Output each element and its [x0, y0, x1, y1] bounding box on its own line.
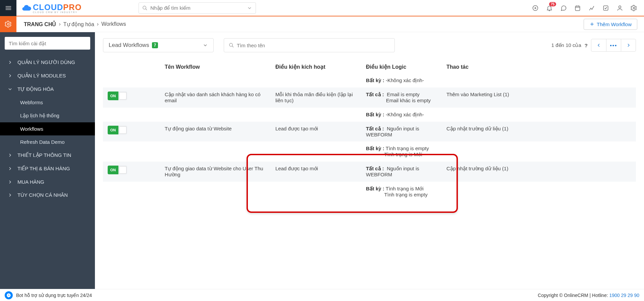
- breadcrumb-sep: ›: [59, 21, 60, 27]
- cell-name: Tự động giao data từ Website: [160, 122, 271, 141]
- sidebar-section[interactable]: TỰ ĐỘNG HÓA: [0, 82, 95, 96]
- table-row[interactable]: Bất kỳ : -Không xác định-: [103, 108, 636, 122]
- global-search-input[interactable]: [150, 5, 247, 11]
- user-icon[interactable]: [616, 5, 623, 11]
- sidebar-section[interactable]: THIẾT LẬP THÔNG TIN: [0, 148, 95, 162]
- footer-copyright: Copyright © OnlineCRM | Hotline:: [538, 293, 609, 298]
- chevron-down-icon: [203, 43, 208, 48]
- footer-right: Copyright © OnlineCRM | Hotline: 1900 29…: [538, 293, 639, 298]
- footer-bot-text: Bot hỗ trợ sử dụng trực tuyến 24/24: [16, 293, 92, 298]
- plus-icon: [589, 21, 595, 27]
- search-icon: [229, 43, 234, 48]
- cell-trigger: [271, 182, 361, 202]
- logo[interactable]: CLOUDPRO CLOUD CRM BY INDUSTRY: [21, 3, 82, 13]
- breadcrumb-home[interactable]: TRANG CHỦ: [24, 21, 56, 27]
- svg-point-5: [633, 7, 635, 9]
- notification-badge: 75: [549, 2, 556, 6]
- sidebar-section[interactable]: QUẢN LÝ NGƯỜI DÙNG: [0, 56, 95, 69]
- sidebar-section[interactable]: TÙY CHỌN CÁ NHÂN: [0, 188, 95, 202]
- table-row[interactable]: ONTự động giao data từ Website cho User …: [103, 162, 636, 182]
- messenger-icon[interactable]: [5, 291, 13, 299]
- name-search[interactable]: [224, 38, 395, 52]
- settings-icon[interactable]: [631, 5, 637, 11]
- cell-logic: Tất cả : Nguồn input is WEBFORM: [361, 122, 442, 141]
- svg-point-0: [143, 6, 146, 9]
- table-row[interactable]: ONCập nhật vào danh sách khách hàng ko c…: [103, 87, 636, 108]
- cell-logic: Tất cả : Email is emptyTất cả : Email kh…: [361, 87, 442, 108]
- sidebar-item[interactable]: Refresh Data Demo: [0, 135, 95, 148]
- cell-name: [160, 141, 271, 162]
- cell-action: [442, 108, 636, 122]
- dropdown-count: 7: [152, 42, 158, 48]
- cell-trigger: [271, 108, 361, 122]
- chat-icon[interactable]: [560, 5, 567, 11]
- workflow-table: Tên Workflow Điều kiện kích hoạt Điều ki…: [103, 60, 636, 202]
- cell-trigger: Lead được tạo mới: [271, 162, 361, 182]
- chart-icon[interactable]: [588, 5, 595, 11]
- name-search-input[interactable]: [237, 43, 390, 48]
- hamburger-menu[interactable]: [0, 0, 16, 16]
- col-name: Tên Workflow: [160, 60, 271, 73]
- table-header-row: Tên Workflow Điều kiện kích hoạt Điều ki…: [103, 60, 636, 73]
- status-toggle[interactable]: ON: [108, 126, 127, 134]
- pager-range: 1 đến 10 của: [551, 42, 581, 48]
- cell-logic: Bất kỳ : Tình trạng is emptyBất kỳ : Tìn…: [361, 141, 442, 162]
- add-icon[interactable]: [532, 5, 539, 11]
- svg-rect-2: [575, 6, 580, 10]
- cell-name: Cập nhật vào danh sách khách hàng ko có …: [160, 87, 271, 108]
- settings-sidebar: QUẢN LÝ NGƯỜI DÙNGQUẢN LÝ MODULESTỰ ĐỘNG…: [0, 32, 95, 289]
- status-toggle[interactable]: ON: [108, 166, 127, 174]
- breadcrumb: TRANG CHỦ › Tự động hóa › Workflows: [24, 21, 126, 27]
- sidebar-item[interactable]: Workflows: [0, 122, 95, 135]
- breadcrumb-l1[interactable]: Tự động hóa: [63, 21, 94, 27]
- pager-prev[interactable]: [591, 39, 606, 51]
- settings-gear-box[interactable]: [0, 16, 16, 32]
- top-header: CLOUDPRO CLOUD CRM BY INDUSTRY 75: [0, 0, 644, 16]
- cell-logic: Bất kỳ : Tình trạng is MớiBất kỳ : Tình …: [361, 182, 442, 202]
- add-workflow-button[interactable]: Thêm Workflow: [584, 19, 637, 30]
- sidebar-search-input[interactable]: [5, 37, 90, 50]
- sidebar-section[interactable]: QUẢN LÝ MODULES: [0, 69, 95, 82]
- pager-next[interactable]: [621, 39, 636, 51]
- bell-icon[interactable]: 75: [546, 5, 553, 11]
- breadcrumb-l2[interactable]: Workflows: [101, 21, 126, 27]
- cell-trigger: Lead được tạo mới: [271, 122, 361, 141]
- sidebar-item[interactable]: Lập lịch hệ thống: [0, 109, 95, 122]
- breadcrumb-sep: ›: [97, 21, 99, 27]
- cell-trigger: [271, 73, 361, 87]
- pager-total[interactable]: ?: [585, 43, 588, 48]
- svg-point-4: [619, 6, 621, 8]
- cloud-icon: [21, 3, 32, 13]
- cell-action: Cập nhật trường dữ liệu (1): [442, 122, 636, 141]
- sidebar-section[interactable]: TIẾP THỊ & BÁN HÀNG: [0, 162, 95, 175]
- dropdown-label: Lead Workflows: [109, 42, 149, 49]
- sidebar-section[interactable]: MUA HÀNG: [0, 175, 95, 188]
- cell-action: [442, 73, 636, 87]
- table-row[interactable]: Bất kỳ : -Không xác định-: [103, 73, 636, 87]
- pager-more[interactable]: •••: [606, 39, 621, 51]
- footer-hotline[interactable]: 1900 29 29 90: [609, 293, 639, 298]
- cell-action: [442, 141, 636, 162]
- cell-trigger: [271, 141, 361, 162]
- module-filter-dropdown[interactable]: Lead Workflows 7: [103, 38, 214, 52]
- table-row[interactable]: Bất kỳ : Tình trạng is MớiBất kỳ : Tình …: [103, 182, 636, 202]
- status-toggle[interactable]: ON: [108, 92, 127, 100]
- global-search[interactable]: [139, 2, 256, 14]
- table-row[interactable]: ONTự động giao data từ WebsiteLead được …: [103, 122, 636, 141]
- gear-icon: [5, 20, 12, 28]
- add-workflow-label: Thêm Workflow: [597, 21, 632, 27]
- chevron-down-icon[interactable]: [247, 5, 252, 11]
- col-logic: Điều kiện Logic: [361, 60, 442, 73]
- table-row[interactable]: Bất kỳ : Tình trạng is emptyBất kỳ : Tìn…: [103, 141, 636, 162]
- top-icon-bar: 75: [532, 5, 644, 11]
- cell-name: [160, 73, 271, 87]
- footer: Bot hỗ trợ sử dụng trực tuyến 24/24 Copy…: [0, 289, 644, 301]
- cell-action: [442, 182, 636, 202]
- calendar-icon[interactable]: [574, 5, 581, 11]
- check-icon[interactable]: [602, 5, 609, 11]
- svg-point-7: [229, 43, 232, 46]
- cell-action: Cập nhật trường dữ liệu (1): [442, 162, 636, 182]
- workflow-toolbar: Lead Workflows 7 1 đến 10 của ? •••: [103, 38, 636, 52]
- sidebar-item[interactable]: Webforms: [0, 96, 95, 109]
- cell-logic: Bất kỳ : -Không xác định-: [361, 108, 442, 122]
